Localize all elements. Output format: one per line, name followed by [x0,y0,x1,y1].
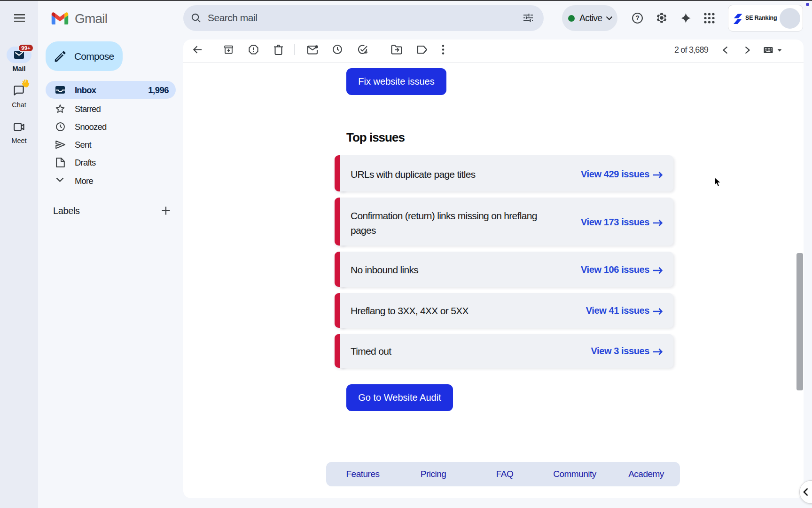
svg-text:?: ? [635,14,640,22]
